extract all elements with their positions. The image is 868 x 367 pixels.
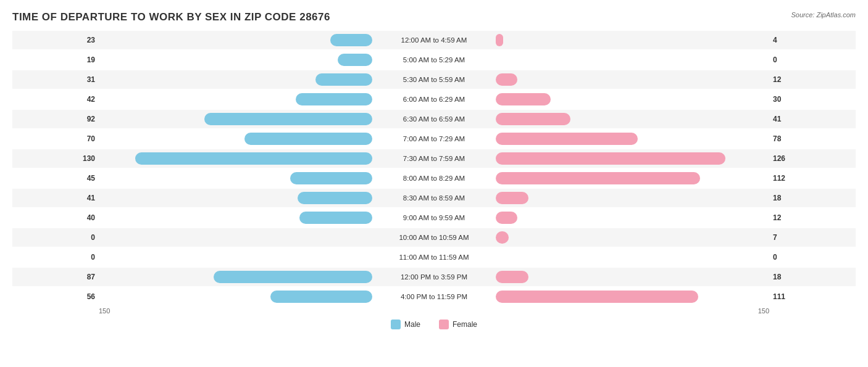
chart-area: 2312:00 AM to 4:59 AM4195:00 AM to 5:29 …	[12, 31, 856, 306]
female-value: 7	[769, 233, 856, 242]
male-bar	[298, 192, 372, 204]
female-bar-container	[496, 130, 769, 148]
legend-male-label: Male	[404, 320, 420, 329]
male-bar-container	[99, 268, 372, 286]
legend-female-box	[439, 320, 449, 329]
male-bar-container	[99, 51, 372, 69]
female-bar	[496, 172, 700, 184]
male-value: 31	[12, 75, 99, 84]
male-value: 42	[12, 95, 99, 104]
male-value: 92	[12, 115, 99, 123]
time-label: 5:00 AM to 5:29 AM	[372, 56, 496, 64]
female-value: 12	[769, 213, 856, 222]
time-label: 6:00 AM to 6:29 AM	[372, 96, 496, 103]
male-bar-container	[99, 287, 372, 306]
female-bar	[496, 113, 570, 125]
male-bar-container	[99, 149, 372, 168]
chart-row: 707:00 AM to 7:29 AM78	[12, 130, 856, 148]
female-bar-container	[496, 248, 769, 266]
male-bar-container	[99, 248, 372, 266]
female-value: 0	[769, 56, 856, 64]
female-bar-container	[496, 189, 769, 207]
time-label: 9:00 AM to 9:59 AM	[372, 214, 496, 221]
female-bar-container	[496, 51, 769, 69]
female-value: 78	[769, 134, 856, 143]
chart-row: 315:30 AM to 5:59 AM12	[12, 70, 856, 89]
axis-labels: 150 150	[12, 307, 856, 315]
female-bar-container	[496, 31, 769, 49]
female-bar	[496, 73, 517, 86]
female-bar-container	[496, 268, 769, 286]
female-value: 4	[769, 36, 856, 44]
chart-row: 2312:00 AM to 4:59 AM4	[12, 31, 856, 49]
male-bar	[338, 54, 372, 66]
time-label: 4:00 PM to 11:59 PM	[372, 293, 496, 300]
male-bar	[315, 73, 372, 86]
male-value: 0	[12, 253, 99, 262]
female-bar-container	[496, 287, 769, 306]
female-bar-container	[496, 149, 769, 168]
female-bar-container	[496, 110, 769, 128]
female-bar-container	[496, 70, 769, 89]
male-value: 19	[12, 56, 99, 64]
male-value: 41	[12, 194, 99, 202]
female-bar	[496, 93, 551, 105]
legend-male: Male	[391, 320, 420, 329]
source-text: Source: ZipAtlas.com	[791, 11, 856, 19]
male-bar-container	[99, 189, 372, 207]
male-bar	[135, 152, 372, 165]
female-bar	[496, 291, 698, 303]
male-value: 23	[12, 36, 99, 44]
male-value: 130	[12, 154, 99, 163]
male-value: 40	[12, 213, 99, 222]
legend: Male Female	[12, 320, 856, 329]
female-value: 0	[769, 253, 856, 262]
female-bar-container	[496, 90, 769, 109]
female-value: 112	[769, 174, 856, 183]
time-label: 12:00 PM to 3:59 PM	[372, 273, 496, 281]
male-bar	[270, 291, 372, 303]
time-label: 10:00 AM to 10:59 AM	[372, 234, 496, 241]
female-bar	[496, 152, 725, 165]
male-bar-container	[99, 110, 372, 128]
male-bar-container	[99, 70, 372, 89]
time-label: 7:00 AM to 7:29 AM	[372, 135, 496, 142]
time-label: 7:30 AM to 7:59 AM	[372, 155, 496, 162]
male-value: 56	[12, 292, 99, 301]
chart-row: 1307:30 AM to 7:59 AM126	[12, 149, 856, 168]
chart-row: 409:00 AM to 9:59 AM12	[12, 208, 856, 227]
male-bar-container	[99, 228, 372, 247]
female-bar-container	[496, 169, 769, 188]
male-value: 87	[12, 273, 99, 281]
chart-row: 458:00 AM to 8:29 AM112	[12, 169, 856, 188]
male-value: 0	[12, 233, 99, 242]
male-bar-container	[99, 169, 372, 188]
legend-female: Female	[439, 320, 477, 329]
chart-row: 011:00 AM to 11:59 AM0	[12, 248, 856, 266]
female-bar-container	[496, 208, 769, 227]
male-bar-container	[99, 90, 372, 109]
female-value: 12	[769, 75, 856, 84]
chart-row: 418:30 AM to 8:59 AM18	[12, 189, 856, 207]
time-label: 6:30 AM to 6:59 AM	[372, 115, 496, 123]
male-bar	[296, 93, 372, 105]
female-value: 18	[769, 273, 856, 281]
female-bar	[496, 133, 638, 145]
chart-row: 926:30 AM to 6:59 AM41	[12, 110, 856, 128]
chart-row: 564:00 PM to 11:59 PM111	[12, 287, 856, 306]
chart-container: TIME OF DEPARTURE TO WORK BY SEX IN ZIP …	[0, 0, 868, 367]
male-bar	[330, 34, 372, 46]
chart-row: 010:00 AM to 10:59 AM7	[12, 228, 856, 247]
female-value: 41	[769, 115, 856, 123]
chart-row: 195:00 AM to 5:29 AM0	[12, 51, 856, 69]
male-bar	[204, 113, 372, 125]
time-label: 5:30 AM to 5:59 AM	[372, 76, 496, 83]
time-label: 12:00 AM to 4:59 AM	[372, 36, 496, 44]
male-bar	[214, 271, 372, 283]
female-bar	[496, 271, 528, 283]
male-value: 45	[12, 174, 99, 183]
female-value: 111	[769, 292, 856, 301]
chart-row: 8712:00 PM to 3:59 PM18	[12, 268, 856, 286]
female-value: 18	[769, 194, 856, 202]
male-bar	[244, 133, 372, 145]
